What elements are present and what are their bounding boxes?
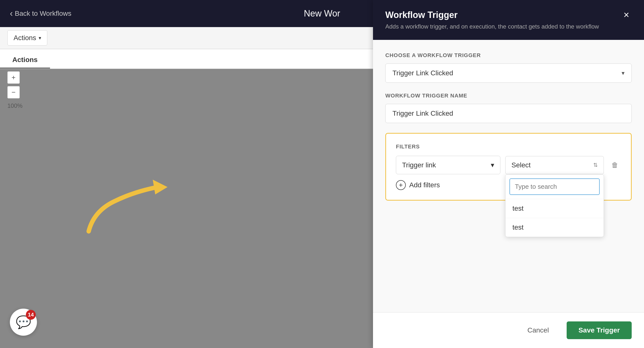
filter-select-arrows-icon: ⇅	[593, 162, 598, 168]
modal-header-content: Workflow Trigger Adds a workflow trigger…	[385, 10, 621, 30]
search-input-wrapper	[506, 174, 604, 199]
actions-chevron-icon: ▾	[39, 35, 41, 41]
zoom-controls: + − 100%	[8, 71, 22, 109]
modal-panel: Workflow Trigger Adds a workflow trigger…	[373, 0, 644, 348]
trigger-type-dropdown[interactable]: Trigger Link Clicked ▾	[385, 63, 632, 83]
trash-icon: 🗑	[612, 161, 618, 169]
tab-actions[interactable]: Actions	[0, 52, 50, 68]
filter-value-select[interactable]: Select ⇅	[505, 156, 604, 174]
trigger-dropdown-chevron-icon: ▾	[622, 70, 624, 76]
filters-section: FILTERS Trigger link ▾ Select ⇅	[385, 133, 632, 201]
filter-value-label: Select	[512, 161, 531, 169]
arrow-annotation	[74, 167, 172, 236]
zoom-level: 100%	[8, 102, 22, 109]
actions-label: Actions	[14, 34, 36, 42]
add-filters-label: Add filters	[409, 181, 440, 189]
filter-field-dropdown[interactable]: Trigger link ▾	[396, 156, 500, 174]
modal-subtitle: Adds a workflow trigger, and on executio…	[385, 23, 621, 30]
chat-badge: 14	[26, 310, 36, 320]
page-title: New Wor	[304, 8, 340, 19]
actions-button[interactable]: Actions ▾	[8, 30, 47, 45]
filter-field-value: Trigger link	[402, 161, 436, 169]
modal-header: Workflow Trigger Adds a workflow trigger…	[373, 0, 644, 40]
dropdown-option-1[interactable]: test	[506, 199, 604, 218]
trigger-type-value: Trigger Link Clicked	[392, 69, 453, 77]
zoom-in-button[interactable]: +	[8, 71, 20, 84]
zoom-out-button[interactable]: −	[8, 86, 20, 98]
delete-filter-button[interactable]: 🗑	[609, 159, 621, 171]
trigger-name-label: WORKFLOW TRIGGER NAME	[385, 92, 632, 99]
chat-widget[interactable]: 💬 14	[10, 309, 37, 336]
modal-body: CHOOSE A WORKFLOW TRIGGER Trigger Link C…	[373, 40, 644, 312]
svg-marker-0	[153, 180, 168, 194]
add-filters-plus-icon: +	[396, 180, 406, 190]
modal-footer: Cancel Save Trigger	[373, 312, 644, 348]
filters-label: FILTERS	[396, 143, 621, 150]
dropdown-option-2[interactable]: test	[506, 218, 604, 237]
choose-trigger-label: CHOOSE A WORKFLOW TRIGGER	[385, 52, 632, 58]
filter-value-container: Select ⇅ test test	[505, 156, 604, 174]
save-trigger-button[interactable]: Save Trigger	[567, 322, 632, 339]
filter-row: Trigger link ▾ Select ⇅ test	[396, 156, 621, 174]
back-to-workflows-link[interactable]: Back to Workflows	[10, 8, 72, 19]
trigger-name-input[interactable]	[385, 104, 632, 123]
modal-close-button[interactable]: ×	[621, 10, 632, 20]
cancel-button[interactable]: Cancel	[516, 322, 561, 339]
modal-title: Workflow Trigger	[385, 10, 621, 20]
filter-field-chevron-icon: ▾	[491, 161, 494, 169]
search-dropdown: test test	[505, 174, 604, 237]
search-input[interactable]	[510, 178, 600, 195]
